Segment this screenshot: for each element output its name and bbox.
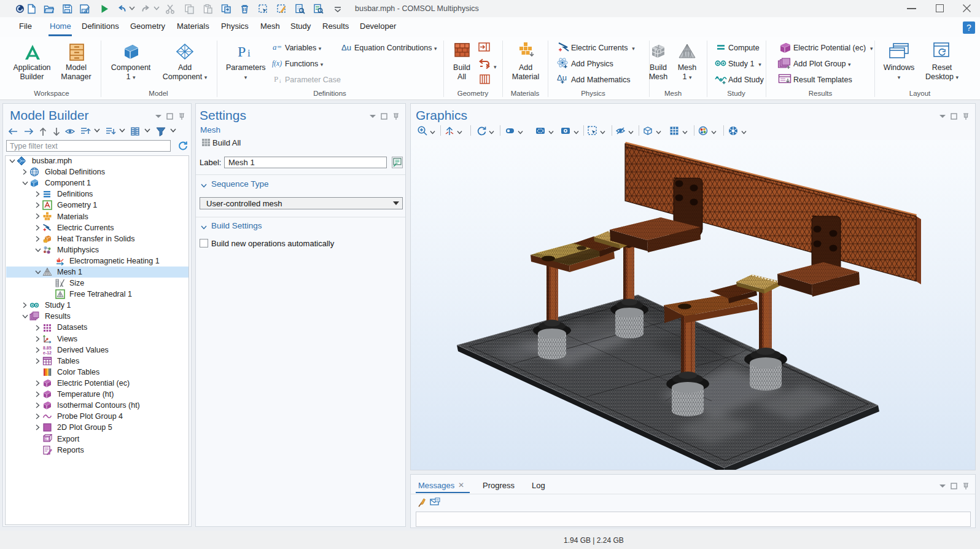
svg-text:Δu: Δu <box>557 73 567 82</box>
svg-text:a=: a= <box>273 43 282 52</box>
svg-text:e-12: e-12 <box>43 351 52 355</box>
svg-text:i: i <box>247 47 251 59</box>
svg-text:P: P <box>238 44 246 60</box>
svg-text:f(x): f(x) <box>272 60 282 68</box>
svg-text:P: P <box>274 75 278 84</box>
svg-text:Δu: Δu <box>341 43 351 52</box>
svg-text:i: i <box>279 78 281 84</box>
svg-text:8.85: 8.85 <box>43 346 52 350</box>
